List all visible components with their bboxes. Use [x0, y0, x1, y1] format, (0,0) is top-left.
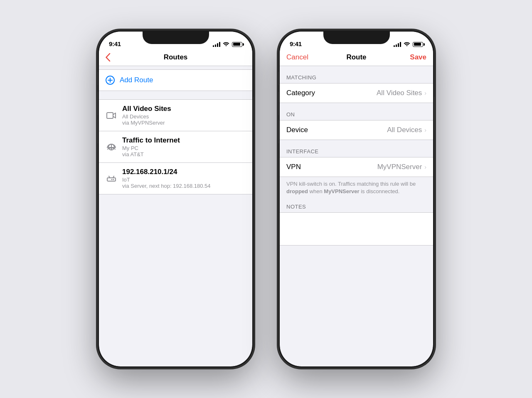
router-icon: [106, 173, 117, 184]
device-chevron-icon: ›: [424, 127, 426, 133]
vpn-value-text: MyVPNServer: [377, 163, 422, 171]
route-2-device: My PC: [122, 145, 246, 151]
power-button: [253, 97, 254, 130]
route-detail-content: MATCHING Category All Video Sites › ON: [280, 66, 433, 364]
add-route-button[interactable]: Add Route: [99, 69, 252, 91]
status-time-2: 9:41: [290, 40, 302, 47]
route-1-title: All Video Sites: [122, 105, 246, 113]
vpn-value: MyVPNServer ›: [377, 163, 426, 171]
wifi-status-icon-2: [404, 41, 410, 47]
route-1-device: All Devices: [122, 113, 246, 120]
device-value: All Devices ›: [387, 126, 426, 134]
route-item-2[interactable]: Traffic to Internet My PC via AT&T: [99, 131, 252, 163]
matching-header: MATCHING: [280, 74, 433, 83]
save-button[interactable]: Save: [410, 53, 426, 61]
route-detail-nav-bar: Cancel Route Save: [280, 50, 433, 66]
category-value: All Video Sites ›: [377, 89, 426, 97]
device-label: Device: [286, 126, 308, 134]
vpn-label: VPN: [286, 163, 301, 171]
category-chevron-icon: ›: [424, 90, 426, 96]
on-header: ON: [280, 111, 433, 120]
notch: [143, 32, 209, 44]
iphone-routes: 9:41 Routes: [98, 30, 254, 368]
route-detail-nav-title: Route: [346, 53, 366, 61]
route-3-content: 192.168.210.1/24 IoT via Server, next ho…: [122, 168, 246, 189]
routes-nav-bar: Routes: [99, 50, 252, 66]
svg-point-7: [111, 179, 113, 180]
route-3-via: via Server, next hop: 192.168.180.54: [122, 183, 246, 189]
silent-button: [98, 72, 98, 85]
notes-area[interactable]: [280, 212, 433, 246]
signal-icon-2: [394, 42, 401, 47]
matching-group: Category All Video Sites ›: [280, 83, 433, 103]
category-label: Category: [286, 89, 315, 97]
power-button-2: [434, 97, 434, 130]
on-section: ON Device All Devices ›: [280, 111, 433, 140]
notes-header: NOTES: [280, 204, 433, 212]
add-route-label: Add Route: [120, 76, 153, 84]
category-value-text: All Video Sites: [377, 89, 422, 97]
route-item-1[interactable]: All Video Sites All Devices via MyVPNSer…: [99, 100, 252, 131]
iphone-route-detail: 9:41 Cancel Route Save: [278, 30, 434, 368]
device-value-text: All Devices: [387, 126, 422, 134]
status-time: 9:41: [109, 40, 121, 47]
interface-section: INTERFACE VPN MyVPNServer › VPN kill-swi…: [280, 148, 433, 195]
on-group: Device All Devices ›: [280, 120, 433, 140]
cancel-button[interactable]: Cancel: [286, 53, 308, 61]
video-icon: [106, 110, 117, 121]
route-3-title: 192.168.210.1/24: [122, 168, 246, 176]
nav-title: Routes: [164, 53, 188, 61]
route-1-content: All Video Sites All Devices via MyVPNSer…: [122, 105, 246, 126]
vpn-row[interactable]: VPN MyVPNServer ›: [280, 157, 433, 177]
vpn-chevron-icon: ›: [424, 164, 426, 170]
svg-rect-3: [107, 113, 113, 118]
volume-down-button: [98, 120, 98, 143]
category-row[interactable]: Category All Video Sites ›: [280, 84, 433, 103]
volume-up-button-2: [278, 92, 279, 115]
route-item-3[interactable]: 192.168.210.1/24 IoT via Server, next ho…: [99, 163, 252, 194]
matching-section: MATCHING Category All Video Sites ›: [280, 74, 433, 103]
interface-group: VPN MyVPNServer ›: [280, 157, 433, 177]
back-button[interactable]: [106, 53, 111, 61]
routes-section: All Video Sites All Devices via MyVPNSer…: [99, 99, 252, 194]
volume-down-button-2: [278, 120, 279, 143]
routes-list-content: Add Route All Video Sites: [99, 66, 252, 364]
add-route-icon: [106, 76, 115, 85]
battery-icon: [232, 42, 242, 47]
route-2-title: Traffic to Internet: [122, 136, 246, 145]
kill-switch-note: VPN kill-switch is on. Traffics matching…: [280, 177, 433, 195]
wifi-status-icon: [223, 41, 229, 47]
route-2-via: via AT&T: [122, 151, 246, 157]
volume-up-button: [98, 92, 98, 115]
route-2-content: Traffic to Internet My PC via AT&T: [122, 136, 246, 157]
device-row[interactable]: Device All Devices ›: [280, 120, 433, 140]
status-icons: [213, 41, 242, 47]
signal-icon: [213, 42, 220, 47]
silent-button-2: [278, 72, 279, 85]
notes-section: NOTES: [280, 204, 433, 246]
route-3-device: IoT: [122, 177, 246, 183]
status-icons-2: [394, 41, 423, 47]
battery-icon-2: [413, 42, 423, 47]
interface-header: INTERFACE: [280, 148, 433, 157]
svg-point-6: [113, 179, 114, 180]
internet-icon: [106, 141, 117, 153]
route-1-via: via MyVPNServer: [122, 120, 246, 126]
notch-2: [323, 32, 390, 44]
